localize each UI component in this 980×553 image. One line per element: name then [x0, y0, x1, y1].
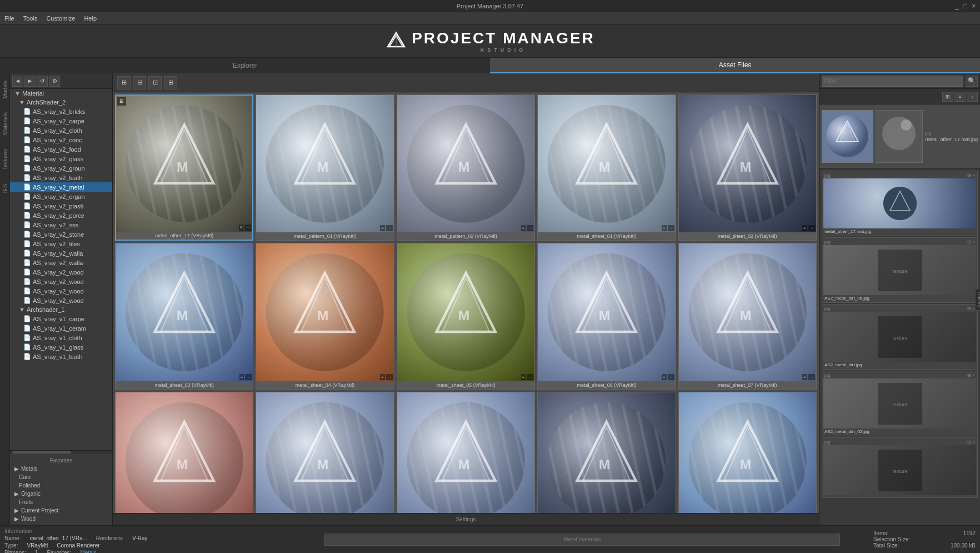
grid-item-0[interactable]: M ⊞ ≡ → metal_other_17 (VRayMtl): [115, 94, 253, 241]
tree-item-bricks[interactable]: 📄 AS_vray_v2_bricks: [10, 107, 112, 116]
tree-item-wood1[interactable]: 📄 AS_vray_v2_wood: [10, 267, 112, 277]
tree-item-wood3[interactable]: 📄 AS_vray_v2_wood: [10, 286, 112, 296]
grid-item-9[interactable]: M ≡ → metal_sheet_07 (VRayMtl): [678, 243, 817, 389]
tree-item-walla2[interactable]: 📄 AS_vray_v2_walla: [10, 258, 112, 267]
grid-item-10[interactable]: M ≡ → metal_sheet_08 (VRayMtl): [115, 392, 253, 513]
tree-item-stone[interactable]: 📄 AS_vray_v2_stone: [10, 230, 112, 239]
close-icon[interactable]: ×: [972, 173, 975, 178]
menu-customize[interactable]: Customize: [46, 15, 75, 22]
nav-back-button[interactable]: ◄: [12, 76, 23, 87]
tab-asset-files[interactable]: Asset Files: [490, 58, 980, 73]
grid-icon[interactable]: ⊞: [967, 240, 971, 245]
tab-explorer[interactable]: Explorer: [0, 58, 490, 73]
sidebar-scroll-thumb[interactable]: [12, 451, 71, 454]
grid-icon[interactable]: ⊞: [967, 306, 971, 311]
grid-item-2[interactable]: M ≡ → metal_pattern_02 (VRayMtl): [397, 94, 535, 241]
filter-input[interactable]: [822, 76, 963, 87]
tree-item-leather[interactable]: 📄 AS_vray_v2_leath: [10, 173, 112, 182]
tree-item-archshader1[interactable]: ▼ Archshader_1: [10, 305, 112, 314]
grid-item-1[interactable]: M ≡ → metal_pattern_01 (VRayMtl): [256, 94, 394, 241]
grid-item-13[interactable]: M ≡ → metal_sheet_11 (VRayMtl): [537, 392, 676, 513]
nav-settings-button[interactable]: ⚙: [49, 76, 60, 87]
tree-item-glass[interactable]: 📄 AS_vray_v2_glass: [10, 154, 112, 163]
grid-item-5[interactable]: M ≡ → metal_sheet_03 (VRayMtl): [115, 243, 253, 389]
grid-icon[interactable]: ⊞: [967, 440, 971, 445]
grid-item-12[interactable]: M ≡ → metal_sheet_10 (VRayMtl): [397, 392, 535, 513]
minimize-button[interactable]: _: [955, 2, 959, 10]
close-icon[interactable]: ×: [972, 306, 975, 311]
menu-tools[interactable]: Tools: [23, 15, 38, 22]
close-icon[interactable]: ×: [972, 373, 975, 378]
tree-item-v1carpe[interactable]: 📄 AS_vray_v1_carpe: [10, 314, 112, 323]
tree-item-v1glass[interactable]: 📄 AS_vray_v1_glass: [10, 342, 112, 352]
right-file-item-3[interactable]: jpg ⊞ × texture AS2_metal_dirt_02.jpg: [822, 371, 978, 436]
tree-item-conc[interactable]: 📄 AS_vray_v2_conc.: [10, 135, 112, 145]
grid-icon[interactable]: ⊞: [967, 373, 971, 378]
side-tab-models[interactable]: Models: [0, 73, 9, 105]
right-list-button[interactable]: ≡: [954, 92, 966, 102]
tree-item-tiles[interactable]: 📄 AS_vray_v2_tiles: [10, 239, 112, 248]
fav-item-cars[interactable]: Cars: [12, 473, 110, 481]
tree-item-wood2[interactable]: 📄 AS_vray_v2_wood: [10, 277, 112, 286]
tree-item-walla1[interactable]: 📄 AS_vray_v2_walla: [10, 248, 112, 258]
tree-root-material[interactable]: ▼ Material: [10, 89, 112, 98]
tree-item-v1cloth[interactable]: 📄 AS_vray_v1_cloth: [10, 333, 112, 342]
list-view-button[interactable]: ⊟: [133, 76, 146, 89]
tree-item-sss[interactable]: 📄 AS_vray_v2_sss: [10, 220, 112, 230]
tree-item-ground[interactable]: 📄 AS_vray_v2_groun: [10, 163, 112, 173]
tree-item-v1ceram[interactable]: 📄 AS_vray_v1_ceram: [10, 323, 112, 333]
window-controls[interactable]: _ □ ×: [955, 2, 976, 10]
right-grid-button[interactable]: ⊞: [942, 92, 953, 102]
tree-item-archshader2[interactable]: ▼ ArchShader_2: [10, 98, 112, 107]
tree-item-food[interactable]: 📄 AS_vray_v2_food: [10, 145, 112, 154]
tree-item-metal[interactable]: 📄 AS_vray_v2_metal: [10, 182, 112, 192]
nav-forward-button[interactable]: ►: [24, 76, 36, 87]
right-sort-button[interactable]: ↕: [967, 92, 978, 102]
side-tab-textures[interactable]: Textures: [0, 142, 9, 177]
menu-help[interactable]: Help: [84, 15, 97, 22]
right-file-item-4[interactable]: jpg ⊞ × texture: [822, 437, 978, 498]
tree-item-wood4[interactable]: 📄 AS_vray_v2_wood: [10, 296, 112, 305]
right-file-item-1[interactable]: jpg ⊞ × texture AS2_metal_dirt_06.jpg: [822, 237, 978, 303]
grid-item-4[interactable]: M ≡ → metal_sheet_02 (VRayMtl): [678, 94, 817, 241]
grid-view-button[interactable]: ⊞: [117, 76, 131, 89]
sort-button[interactable]: ⊞: [164, 76, 177, 89]
file-icon: 📄: [23, 259, 31, 266]
right-file-item-0[interactable]: jpg ⊞ × metal_other_17.mat.jpg: [822, 171, 978, 236]
menu-file[interactable]: File: [4, 15, 14, 22]
search-notes-input[interactable]: [324, 534, 841, 546]
fav-group-organic[interactable]: ▶ Organic: [12, 490, 110, 498]
filter-search-button[interactable]: 🔍: [966, 76, 978, 87]
grid-thumbnail: M ≡ →: [397, 243, 534, 381]
detail-view-button[interactable]: ⊡: [148, 76, 162, 89]
maximize-button[interactable]: □: [963, 2, 967, 10]
fav-group-wood[interactable]: ▶ Wood: [12, 515, 110, 523]
tree-item-cloth[interactable]: 📄 AS_vray_v2_cloth: [10, 126, 112, 135]
tree-item-organ[interactable]: 📄 AS_vray_v2_organ: [10, 192, 112, 201]
grid-item-3[interactable]: M ≡ → metal_sheet_01 (VRayMtl): [537, 94, 676, 241]
settings-bar[interactable]: Settings: [113, 513, 819, 525]
favorites-value[interactable]: Metals: [80, 550, 96, 553]
grid-item-8[interactable]: M ≡ → metal_sheet_06 (VRayMtl): [537, 243, 676, 389]
side-tab-ies[interactable]: IES: [0, 177, 9, 200]
fav-group-current-project[interactable]: ▶ Current Project: [12, 506, 110, 515]
grid-icon[interactable]: ⊞: [967, 173, 971, 178]
nav-refresh-button[interactable]: ↺: [37, 76, 48, 87]
fav-item-fruits[interactable]: Fruits: [12, 498, 110, 506]
grid-item-7[interactable]: M ≡ → metal_sheet_05 (VRayMtl): [397, 243, 535, 389]
close-icon[interactable]: ×: [972, 240, 975, 245]
tree-item-v1leath[interactable]: 📄 AS_vray_v1_leath: [10, 352, 112, 361]
close-icon[interactable]: ×: [972, 440, 975, 445]
grid-item-6[interactable]: M ≡ → metal_sheet_04 (VRayMtl): [256, 243, 394, 389]
close-button[interactable]: ×: [972, 2, 976, 10]
grid-item-14[interactable]: M ≡ → metal_sheet_12 (VRayMtl): [678, 392, 817, 513]
tree-item-plasti[interactable]: 📄 AS_vray_v2_plasti: [10, 201, 112, 211]
tree-item-carpe[interactable]: 📄 AS_vray_v2_carpe: [10, 116, 112, 126]
side-tab-materials[interactable]: Materials: [0, 105, 9, 142]
tree-item-porce[interactable]: 📄 AS_vray_v2_porce: [10, 211, 112, 220]
settings-label[interactable]: Settings: [456, 516, 476, 522]
grid-item-11[interactable]: M ≡ → metal_sheet_09 (VRayMtl): [256, 392, 394, 513]
right-file-item-2[interactable]: jpg ⊞ × texture AS2_metal_dirt.jpg: [822, 304, 978, 370]
fav-group-metals[interactable]: ▶ Metals: [12, 465, 110, 473]
fav-item-polished[interactable]: Polished: [12, 481, 110, 490]
